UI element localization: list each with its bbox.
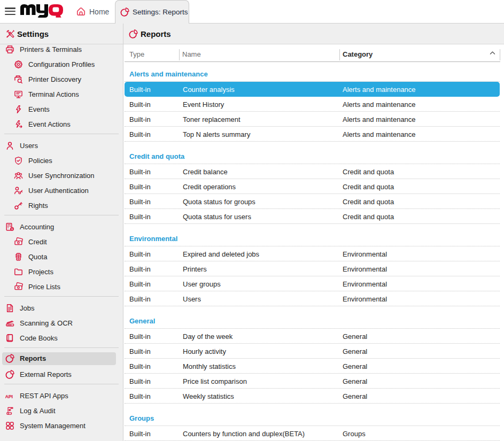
svg-text:API: API bbox=[5, 393, 13, 399]
